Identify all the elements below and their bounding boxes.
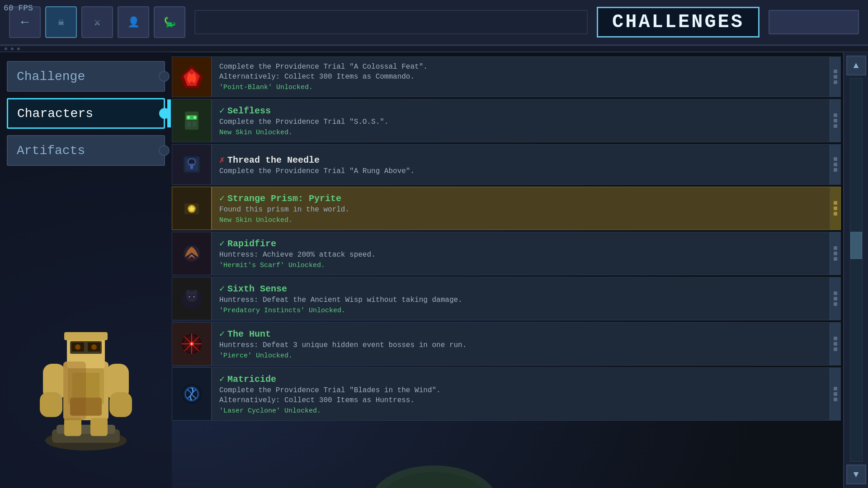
svg-point-12 — [75, 344, 80, 350]
side-dot — [834, 75, 837, 79]
challenge-row[interactable]: ✓Rapidfire Huntress: Achieve 200% attack… — [172, 232, 841, 275]
challenge-reward: 'Hermit's Scarf' Unlocked. — [219, 262, 822, 269]
challenge-name: ✓Strange Prism: Pyrite — [219, 192, 822, 204]
challenge-info: ✓Selfless Complete the Providence Trial … — [212, 99, 830, 142]
challenge-side-bar — [830, 232, 840, 275]
challenge-desc: Complete the Providence Trial "A Colossa… — [219, 63, 822, 71]
nav-challenge-dot — [159, 71, 170, 82]
nav-artifacts[interactable]: Artifacts — [7, 135, 165, 166]
challenge-info: Complete the Providence Trial "A Colossa… — [212, 57, 830, 97]
challenge-row[interactable]: Complete the Providence Trial "A Colossa… — [172, 56, 841, 97]
scroll-thumb — [850, 232, 862, 259]
svg-rect-26 — [193, 122, 196, 127]
side-dot — [834, 157, 837, 161]
svg-rect-15 — [40, 392, 62, 417]
top-separator — [0, 45, 868, 52]
challenge-icon — [172, 99, 212, 142]
side-dot — [834, 337, 837, 340]
svg-point-47 — [189, 296, 190, 298]
nav-artifacts-dot — [159, 145, 170, 156]
challenge-name: ✓Selfless — [219, 105, 822, 116]
scrollbar: ▲ ▼ — [843, 52, 868, 488]
svg-rect-33 — [189, 164, 194, 165]
challenge-name: ✓Sixth Sense — [219, 283, 822, 294]
svg-point-13 — [91, 344, 97, 350]
challenge-name: ✓Matricide — [219, 373, 822, 385]
svg-rect-18 — [64, 418, 81, 436]
challenge-side-bar — [830, 368, 840, 420]
svg-rect-20 — [63, 361, 86, 420]
challenge-name: ✓The Hunt — [219, 328, 822, 339]
side-dot — [834, 246, 837, 250]
challenge-desc: Huntress: Defeat 3 unique hidden event b… — [219, 341, 822, 349]
challenge-icon — [172, 232, 212, 275]
svg-rect-8 — [64, 332, 108, 340]
challenge-side-bar — [830, 57, 840, 97]
tab-icon-sword[interactable]: ⚔ — [81, 6, 113, 38]
svg-point-27 — [187, 116, 190, 119]
character-display — [9, 262, 163, 452]
challenge-reward: 'Point-Blank' Unlocked. — [219, 84, 822, 91]
nav-challenge[interactable]: Challenge — [7, 61, 165, 92]
challenge-row[interactable]: ✓Matricide Complete the Providence Trial… — [172, 367, 841, 421]
scroll-up-button[interactable]: ▲ — [846, 56, 866, 75]
side-dot — [834, 163, 837, 166]
top-right-controls — [769, 10, 859, 34]
left-panel: Challenge Characters Artifacts — [0, 52, 172, 488]
challenge-desc: Complete the Providence Trial "Blades in… — [219, 386, 822, 394]
tab-icon-creature[interactable]: 🦕 — [154, 6, 185, 38]
challenge-info: ✓Matricide Complete the Providence Trial… — [212, 368, 830, 420]
challenge-desc: Found this prism in the world. — [219, 206, 822, 214]
side-dot — [834, 113, 837, 117]
svg-rect-19 — [90, 418, 108, 436]
challenge-reward: 'Laser Cyclone' Unlocked. — [219, 407, 822, 415]
challenge-side-bar — [830, 99, 840, 142]
challenge-reward: New Skin Unlocked. — [219, 216, 822, 224]
svg-rect-25 — [187, 122, 191, 127]
challenge-name: ✓Rapidfire — [219, 238, 822, 249]
challenge-reward: New Skin Unlocked. — [219, 129, 822, 136]
scroll-down-button[interactable]: ▼ — [846, 465, 866, 484]
search-bar[interactable] — [194, 10, 588, 34]
nav-characters[interactable]: Characters — [7, 98, 165, 129]
side-dot — [834, 387, 837, 390]
challenges-list[interactable]: Complete the Providence Trial "A Colossa… — [172, 52, 841, 488]
top-bar: ← ☠ ⚔ 👤 🦕 CHALLENGES — [0, 0, 868, 45]
challenge-info: ✓Strange Prism: Pyrite Found this prism … — [212, 187, 830, 230]
challenge-desc: Complete the Providence Trial "S.O.S.". — [219, 118, 822, 126]
challenge-icon — [172, 323, 212, 365]
tab-icon-skull[interactable]: ☠ — [45, 6, 77, 38]
challenge-side-bar — [830, 277, 840, 320]
challenges-title-box: CHALLENGES — [597, 7, 760, 38]
nav-characters-dot — [159, 108, 170, 119]
challenge-desc-alt: Alternatively: Collect 300 Items as Comm… — [219, 73, 822, 81]
side-dot — [834, 119, 837, 122]
challenge-icon — [172, 57, 212, 97]
challenge-row[interactable]: ✓Strange Prism: Pyrite Found this prism … — [172, 187, 841, 230]
challenge-info: ✓Rapidfire Huntress: Achieve 200% attack… — [212, 232, 830, 275]
side-dot — [834, 70, 837, 73]
challenge-row[interactable]: ✗Thread the Needle Complete the Providen… — [172, 144, 841, 185]
challenge-row[interactable]: ✓The Hunt Huntress: Defeat 3 unique hidd… — [172, 322, 841, 366]
side-dot — [834, 206, 837, 210]
challenge-row[interactable]: ✓Sixth Sense Huntress: Defeat the Ancien… — [172, 277, 841, 320]
fps-counter: 60 FPS — [4, 4, 33, 13]
challenge-icon — [172, 277, 212, 320]
challenge-icon — [172, 187, 212, 230]
svg-rect-23 — [185, 112, 198, 130]
side-dot — [834, 168, 837, 172]
challenge-info: ✓Sixth Sense Huntress: Defeat the Ancien… — [212, 277, 830, 320]
side-dot — [834, 291, 837, 295]
side-dot — [834, 252, 837, 255]
side-dot — [834, 297, 837, 300]
side-dot — [834, 212, 837, 216]
tab-icon-person[interactable]: 👤 — [118, 6, 149, 38]
side-dot — [834, 80, 837, 84]
challenge-icon — [172, 145, 212, 184]
challenge-side-bar — [830, 145, 840, 184]
challenge-reward: 'Predatory Instincts' Unlocked. — [219, 307, 822, 314]
challenge-row[interactable]: ✓Selfless Complete the Providence Trial … — [172, 99, 841, 142]
challenge-name: ✗Thread the Needle — [219, 154, 822, 165]
side-dot — [834, 201, 837, 205]
scroll-bar-area[interactable] — [850, 78, 863, 462]
